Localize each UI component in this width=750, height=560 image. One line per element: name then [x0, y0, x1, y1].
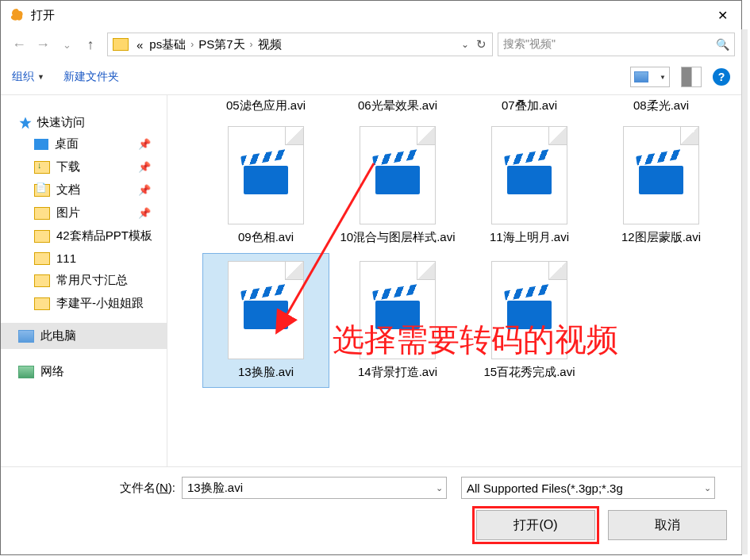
file-name-label: 12图层蒙版.avi [620, 224, 702, 253]
pin-icon: 📌 [138, 161, 151, 173]
file-item[interactable]: 11海上明月.avi [466, 118, 593, 253]
sidebar-item-folder[interactable]: 李建平-小姐姐跟 [1, 292, 167, 315]
folder-icon [34, 297, 50, 310]
organize-label: 组织 [12, 70, 34, 84]
sidebar-item-documents[interactable]: 文档 📌 [1, 178, 167, 201]
sidebar-item-pictures[interactable]: 图片 📌 [1, 201, 167, 224]
downloads-icon [34, 161, 50, 174]
nav-forward-button[interactable]: → [31, 33, 55, 56]
documents-icon [34, 184, 50, 197]
file-item[interactable]: 09色相.avi [202, 118, 329, 253]
filetype-filter-dropdown[interactable]: All Supported Files(*.3gp;*.3g ⌄ [461, 477, 715, 499]
folder-icon [113, 38, 129, 51]
file-list-area[interactable]: 05滤色应用.avi 06光晕效果.avi 07叠加.avi 08柔光.avi … [167, 95, 741, 466]
sidebar-item-label: 111 [56, 251, 76, 265]
video-file-icon [623, 126, 699, 224]
sidebar-item-label: 网络 [40, 364, 64, 379]
pin-icon: 📌 [138, 184, 151, 196]
nav-back-button[interactable]: ← [7, 33, 31, 56]
file-name-label[interactable]: 05滤色应用.avi [202, 98, 329, 118]
titlebar: 打开 ✕ [1, 1, 741, 29]
organize-menu-button[interactable]: 组织 ▼ [12, 70, 44, 84]
folder-icon [34, 230, 50, 243]
filename-input[interactable]: 13换脸.avi ⌄ [182, 477, 447, 499]
open-button-label: 打开(O) [513, 517, 557, 534]
sidebar-item-label: 李建平-小姐姐跟 [56, 296, 144, 311]
chevron-down-icon[interactable]: ⌄ [436, 483, 443, 493]
file-name-label: 15百花秀完成.avi [482, 359, 576, 388]
help-icon: ? [718, 71, 725, 83]
view-mode-button[interactable]: ▼ [630, 67, 670, 87]
arrow-up-icon: ↑ [87, 36, 94, 53]
bottom-bar: 文件名(N): 13换脸.avi ⌄ All Supported Files(*… [1, 466, 741, 554]
cancel-button[interactable]: 取消 [608, 510, 727, 540]
svg-marker-0 [20, 117, 32, 128]
chevron-down-icon: ▼ [37, 73, 44, 81]
breadcrumb-sep: › [189, 39, 195, 50]
breadcrumb-prefix: « [133, 33, 146, 56]
nav-row: ← → ⌄ ↑ « ps基础 › PS第7天 › 视频 ⌄ ↻ 搜索"视频" 🔍 [1, 29, 741, 59]
video-file-icon [360, 261, 436, 359]
search-input[interactable]: 搜索"视频" 🔍 [498, 33, 735, 56]
sidebar-item-label: 下载 [56, 159, 80, 175]
sidebar: 快速访问 桌面 📌 下载 📌 文档 📌 图片 📌 [1, 95, 167, 466]
close-button[interactable]: ✕ [703, 1, 741, 29]
file-name-label: 11海上明月.avi [488, 224, 571, 253]
address-dropdown-button[interactable]: ⌄ [457, 39, 473, 50]
chevron-down-icon[interactable]: ⌄ [701, 483, 711, 493]
sidebar-quick-access[interactable]: 快速访问 [1, 113, 167, 132]
pc-icon [18, 330, 34, 343]
file-name-label: 10混合与图层样式.avi [338, 224, 456, 253]
file-name-label: 09色相.avi [237, 224, 295, 253]
sidebar-item-desktop[interactable]: 桌面 📌 [1, 132, 167, 155]
new-folder-button[interactable]: 新建文件夹 [63, 70, 119, 84]
nav-recent-dropdown[interactable]: ⌄ [55, 33, 79, 56]
sidebar-item-folder[interactable]: 42套精品PPT模板 [1, 224, 167, 247]
sidebar-item-folder[interactable]: 111 [1, 247, 167, 269]
file-name-label[interactable]: 07叠加.avi [466, 98, 593, 118]
sidebar-network[interactable]: 网络 [1, 359, 167, 385]
window-right-edge [741, 29, 748, 554]
desktop-icon [34, 139, 48, 150]
sidebar-quick-access-label: 快速访问 [37, 115, 85, 130]
filename-label: 文件名(N): [120, 481, 175, 496]
file-name-label: 13换脸.avi [237, 359, 295, 388]
folder-icon [34, 274, 50, 287]
sidebar-item-downloads[interactable]: 下载 📌 [1, 155, 167, 178]
breadcrumb[interactable]: 视频 [255, 33, 285, 56]
file-item[interactable]: 14背景打造.avi [334, 253, 461, 389]
arrow-left-icon: ← [12, 36, 26, 53]
thumbnail-icon [634, 71, 648, 82]
breadcrumb[interactable]: PS第7天 [195, 33, 248, 56]
sidebar-this-pc[interactable]: 此电脑 [1, 323, 167, 349]
file-item-selected[interactable]: 13换脸.avi [202, 253, 329, 389]
sidebar-item-label: 文档 [56, 182, 80, 198]
sidebar-item-folder[interactable]: 常用尺寸汇总 [1, 269, 167, 292]
cancel-button-label: 取消 [655, 517, 680, 534]
chevron-down-icon: ▼ [660, 74, 666, 81]
sidebar-item-label: 桌面 [55, 136, 79, 152]
toolbar: 组织 ▼ 新建文件夹 ▼ ? [1, 59, 741, 95]
sidebar-item-label: 此电脑 [40, 328, 76, 343]
close-icon: ✕ [717, 8, 728, 23]
nav-up-button[interactable]: ↑ [79, 33, 102, 56]
file-item[interactable]: 12图层蒙版.avi [598, 118, 725, 253]
network-icon [18, 366, 34, 378]
open-button[interactable]: 打开(O) [476, 510, 595, 540]
refresh-button[interactable]: ↻ [473, 37, 489, 52]
pin-icon: 📌 [138, 207, 151, 219]
search-placeholder: 搜索"视频" [503, 37, 716, 52]
address-bar[interactable]: « ps基础 › PS第7天 › 视频 ⌄ ↻ [107, 33, 493, 56]
file-name-label[interactable]: 06光晕效果.avi [334, 98, 461, 118]
file-item[interactable]: 15百花秀完成.avi [466, 253, 593, 389]
breadcrumb[interactable]: ps基础 [146, 33, 189, 56]
file-item[interactable]: 10混合与图层样式.avi [334, 118, 461, 253]
help-button[interactable]: ? [713, 68, 730, 86]
file-name-label[interactable]: 08柔光.avi [598, 98, 725, 118]
arrow-right-icon: → [36, 36, 50, 53]
video-file-icon [491, 261, 567, 359]
open-file-dialog: 打开 ✕ ← → ⌄ ↑ « ps基础 › PS第7天 › 视频 ⌄ ↻ 搜索"… [0, 0, 742, 555]
preview-pane-button[interactable] [681, 67, 702, 87]
app-icon [9, 7, 25, 23]
video-file-icon [228, 126, 304, 224]
